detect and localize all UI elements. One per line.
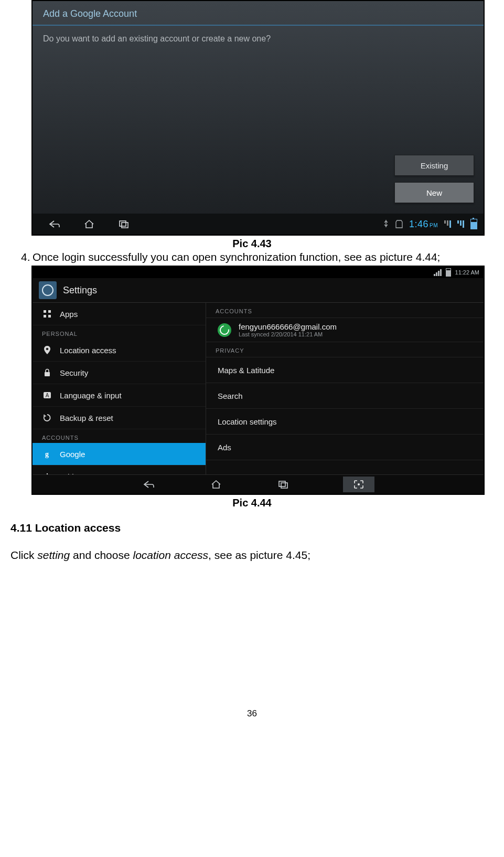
sd-card-icon	[395, 220, 403, 228]
right-item-maps-latitude[interactable]: Maps & Latitude	[206, 357, 484, 383]
sidebar-item-security[interactable]: Security	[33, 362, 206, 384]
screenshot-button[interactable]	[343, 477, 374, 492]
dialog-buttons: Existing New	[394, 155, 474, 203]
apps-icon	[42, 309, 52, 319]
category-accounts: ACCOUNTS	[33, 429, 206, 443]
settings-left-pane: Apps PERSONAL Location access Security A…	[33, 303, 206, 474]
svg-rect-4	[44, 315, 46, 318]
settings-header: Settings	[33, 278, 484, 303]
signal-icon-2	[457, 220, 464, 228]
sidebar-item-backup-reset[interactable]: Backup & reset	[33, 407, 206, 429]
sidebar-item-language-input[interactable]: A Language & input	[33, 384, 206, 407]
battery-icon	[470, 219, 477, 229]
lock-icon	[42, 367, 52, 378]
right-category-privacy: PRIVACY	[206, 342, 484, 357]
svg-text:A: A	[46, 393, 49, 398]
page-number: 36	[10, 708, 494, 719]
language-icon: A	[42, 390, 52, 400]
sync-ok-icon	[218, 323, 231, 337]
system-nav-bar: 1:46PM	[33, 214, 484, 235]
svg-rect-5	[48, 315, 51, 318]
category-personal: PERSONAL	[33, 325, 206, 339]
reset-icon	[42, 412, 52, 423]
right-item-ads[interactable]: Ads	[206, 435, 484, 460]
clock-text: 1:46PM	[409, 219, 438, 230]
svg-rect-12	[281, 483, 287, 488]
usb-icon	[383, 219, 389, 229]
section-heading-411: 4.11 Location access	[10, 522, 494, 534]
sidebar-item-google[interactable]: g Google	[33, 443, 206, 465]
svg-point-13	[358, 483, 360, 485]
recent-apps-icon[interactable]	[276, 477, 291, 492]
google-icon: g	[42, 449, 52, 459]
settings-right-pane: ACCOUNTS fengyun666666@gmail.com Last sy…	[206, 303, 484, 474]
svg-rect-3	[48, 310, 51, 313]
location-icon	[42, 345, 52, 355]
signal-icon	[434, 269, 442, 276]
battery-icon	[446, 268, 451, 277]
plus-icon	[42, 471, 52, 474]
dialog-subtitle: Do you want to add an existing account o…	[33, 26, 484, 52]
home-icon[interactable]	[209, 477, 223, 492]
header-title: Settings	[63, 285, 97, 296]
system-nav-bar	[33, 474, 484, 494]
new-button[interactable]: New	[394, 182, 474, 203]
caption-pic-444: Pic 4.44	[10, 497, 494, 509]
svg-rect-7	[45, 372, 50, 376]
sidebar-item-add-account[interactable]: Add account	[33, 465, 206, 474]
svg-rect-1	[122, 223, 128, 228]
svg-rect-11	[279, 481, 285, 486]
account-entry[interactable]: fengyun666666@gmail.com Last synced 2/20…	[206, 318, 484, 342]
status-bar: 11:22 AM	[33, 267, 484, 278]
settings-app-icon	[39, 281, 57, 299]
body-paragraph: Click setting and choose location access…	[10, 549, 494, 562]
svg-text:g: g	[45, 450, 49, 458]
screenshot-settings-google: 11:22 AM Settings Apps PERSONAL Location…	[31, 266, 485, 495]
signal-icon	[444, 220, 451, 228]
svg-rect-2	[44, 310, 46, 313]
status-time: 11:22 AM	[455, 269, 479, 276]
account-email: fengyun666666@gmail.com	[239, 322, 337, 331]
home-icon[interactable]	[83, 218, 95, 230]
screenshot-add-google-account: Add a Google Account Do you want to add …	[31, 0, 485, 236]
existing-button[interactable]: Existing	[394, 155, 474, 176]
back-icon[interactable]	[48, 218, 61, 230]
dialog-title: Add a Google Account	[33, 1, 484, 26]
caption-pic-443: Pic 4.43	[10, 238, 494, 250]
recent-apps-icon[interactable]	[117, 218, 130, 230]
svg-point-6	[46, 348, 49, 351]
svg-rect-0	[120, 221, 126, 226]
list-item-4: 4.Once login successfully you can open s…	[21, 251, 494, 263]
back-icon[interactable]	[142, 477, 156, 492]
sidebar-item-location-access[interactable]: Location access	[33, 339, 206, 362]
right-item-search[interactable]: Search	[206, 383, 484, 409]
account-sync-text: Last synced 2/20/2014 11:21 AM	[239, 331, 337, 337]
right-item-location-settings[interactable]: Location settings	[206, 409, 484, 435]
right-category-accounts: ACCOUNTS	[206, 303, 484, 318]
sidebar-item-apps[interactable]: Apps	[33, 303, 206, 325]
